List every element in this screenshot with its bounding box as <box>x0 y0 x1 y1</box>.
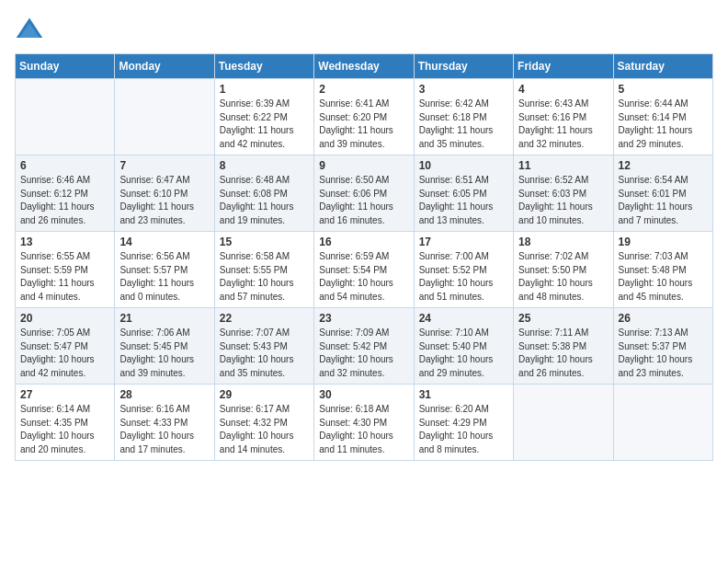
calendar-cell: 28Sunrise: 6:16 AM Sunset: 4:33 PM Dayli… <box>115 385 214 461</box>
calendar-cell: 17Sunrise: 7:00 AM Sunset: 5:52 PM Dayli… <box>414 232 513 308</box>
column-header-friday: Friday <box>514 54 613 79</box>
calendar-cell: 23Sunrise: 7:09 AM Sunset: 5:42 PM Dayli… <box>314 308 414 385</box>
day-info: Sunrise: 7:09 AM Sunset: 5:42 PM Dayligh… <box>319 327 408 380</box>
calendar-cell: 25Sunrise: 7:11 AM Sunset: 5:38 PM Dayli… <box>514 308 613 385</box>
day-info: Sunrise: 6:46 AM Sunset: 6:12 PM Dayligh… <box>20 174 109 227</box>
day-number: 26 <box>619 312 708 325</box>
calendar-cell <box>613 385 712 461</box>
day-number: 17 <box>419 236 508 248</box>
column-header-saturday: Saturday <box>613 54 712 79</box>
day-info: Sunrise: 6:59 AM Sunset: 5:54 PM Dayligh… <box>319 250 408 304</box>
day-info: Sunrise: 6:41 AM Sunset: 6:20 PM Dayligh… <box>319 98 408 151</box>
calendar-cell: 14Sunrise: 6:56 AM Sunset: 5:57 PM Dayli… <box>115 232 214 308</box>
calendar-week-row: 27Sunrise: 6:14 AM Sunset: 4:35 PM Dayli… <box>16 385 713 461</box>
day-number: 27 <box>20 388 109 401</box>
day-number: 24 <box>419 312 508 325</box>
logo <box>15 15 48 44</box>
calendar-header-row: SundayMondayTuesdayWednesdayThursdayFrid… <box>16 54 713 79</box>
calendar-cell: 24Sunrise: 7:10 AM Sunset: 5:40 PM Dayli… <box>414 308 513 385</box>
calendar-cell: 6Sunrise: 6:46 AM Sunset: 6:12 PM Daylig… <box>16 155 115 232</box>
calendar-cell: 21Sunrise: 7:06 AM Sunset: 5:45 PM Dayli… <box>115 308 214 385</box>
calendar-cell: 1Sunrise: 6:39 AM Sunset: 6:22 PM Daylig… <box>214 79 313 155</box>
calendar-cell <box>514 385 613 461</box>
day-info: Sunrise: 6:51 AM Sunset: 6:05 PM Dayligh… <box>419 174 508 227</box>
day-number: 21 <box>119 312 209 325</box>
calendar-cell: 29Sunrise: 6:17 AM Sunset: 4:32 PM Dayli… <box>214 385 313 461</box>
day-number: 23 <box>319 312 408 325</box>
day-number: 8 <box>220 159 309 172</box>
column-header-wednesday: Wednesday <box>314 54 414 79</box>
day-info: Sunrise: 6:17 AM Sunset: 4:32 PM Dayligh… <box>220 403 309 456</box>
calendar-cell: 30Sunrise: 6:18 AM Sunset: 4:30 PM Dayli… <box>314 385 414 461</box>
day-number: 15 <box>220 236 309 248</box>
day-number: 6 <box>20 159 109 172</box>
calendar-cell: 5Sunrise: 6:44 AM Sunset: 6:14 PM Daylig… <box>613 79 712 155</box>
day-info: Sunrise: 6:18 AM Sunset: 4:30 PM Dayligh… <box>319 403 408 456</box>
calendar-cell: 2Sunrise: 6:41 AM Sunset: 6:20 PM Daylig… <box>314 79 414 155</box>
day-info: Sunrise: 6:42 AM Sunset: 6:18 PM Dayligh… <box>419 98 508 151</box>
calendar-cell: 12Sunrise: 6:54 AM Sunset: 6:01 PM Dayli… <box>613 155 712 232</box>
calendar-cell: 16Sunrise: 6:59 AM Sunset: 5:54 PM Dayli… <box>314 232 414 308</box>
day-info: Sunrise: 6:50 AM Sunset: 6:06 PM Dayligh… <box>319 174 408 227</box>
day-info: Sunrise: 6:55 AM Sunset: 5:59 PM Dayligh… <box>20 250 109 304</box>
calendar-week-row: 1Sunrise: 6:39 AM Sunset: 6:22 PM Daylig… <box>16 79 713 155</box>
day-number: 16 <box>319 236 408 248</box>
day-info: Sunrise: 6:16 AM Sunset: 4:33 PM Dayligh… <box>119 403 209 456</box>
day-number: 14 <box>119 236 209 248</box>
day-number: 31 <box>419 388 508 401</box>
day-number: 20 <box>20 312 109 325</box>
day-number: 2 <box>319 83 408 96</box>
calendar-cell <box>16 79 115 155</box>
day-info: Sunrise: 6:52 AM Sunset: 6:03 PM Dayligh… <box>518 174 608 227</box>
day-info: Sunrise: 7:10 AM Sunset: 5:40 PM Dayligh… <box>419 327 508 380</box>
day-number: 29 <box>220 388 309 401</box>
calendar-cell: 20Sunrise: 7:05 AM Sunset: 5:47 PM Dayli… <box>16 308 115 385</box>
day-number: 30 <box>319 388 408 401</box>
day-number: 7 <box>119 159 209 172</box>
calendar-table: SundayMondayTuesdayWednesdayThursdayFrid… <box>15 53 713 461</box>
day-number: 25 <box>518 312 608 325</box>
day-number: 9 <box>319 159 408 172</box>
day-info: Sunrise: 7:07 AM Sunset: 5:43 PM Dayligh… <box>220 327 309 380</box>
calendar-week-row: 6Sunrise: 6:46 AM Sunset: 6:12 PM Daylig… <box>16 155 713 232</box>
calendar-cell: 22Sunrise: 7:07 AM Sunset: 5:43 PM Dayli… <box>214 308 313 385</box>
calendar-cell: 3Sunrise: 6:42 AM Sunset: 6:18 PM Daylig… <box>414 79 513 155</box>
day-info: Sunrise: 6:56 AM Sunset: 5:57 PM Dayligh… <box>119 250 209 304</box>
day-number: 18 <box>518 236 608 248</box>
day-info: Sunrise: 6:47 AM Sunset: 6:10 PM Dayligh… <box>119 174 209 227</box>
day-info: Sunrise: 6:39 AM Sunset: 6:22 PM Dayligh… <box>220 98 309 151</box>
day-number: 12 <box>619 159 708 172</box>
calendar-cell: 26Sunrise: 7:13 AM Sunset: 5:37 PM Dayli… <box>613 308 712 385</box>
day-info: Sunrise: 7:13 AM Sunset: 5:37 PM Dayligh… <box>619 327 708 380</box>
day-info: Sunrise: 6:43 AM Sunset: 6:16 PM Dayligh… <box>518 98 608 151</box>
calendar-cell: 27Sunrise: 6:14 AM Sunset: 4:35 PM Dayli… <box>16 385 115 461</box>
day-info: Sunrise: 7:03 AM Sunset: 5:48 PM Dayligh… <box>619 250 708 304</box>
calendar-cell: 15Sunrise: 6:58 AM Sunset: 5:55 PM Dayli… <box>214 232 313 308</box>
day-number: 28 <box>119 388 209 401</box>
day-number: 5 <box>619 83 708 96</box>
day-number: 10 <box>419 159 508 172</box>
calendar-cell <box>115 79 214 155</box>
day-number: 3 <box>419 83 508 96</box>
day-number: 4 <box>518 83 608 96</box>
column-header-tuesday: Tuesday <box>214 54 313 79</box>
column-header-sunday: Sunday <box>16 54 115 79</box>
calendar-cell: 10Sunrise: 6:51 AM Sunset: 6:05 PM Dayli… <box>414 155 513 232</box>
calendar-cell: 31Sunrise: 6:20 AM Sunset: 4:29 PM Dayli… <box>414 385 513 461</box>
day-info: Sunrise: 7:11 AM Sunset: 5:38 PM Dayligh… <box>518 327 608 380</box>
day-info: Sunrise: 7:05 AM Sunset: 5:47 PM Dayligh… <box>20 327 109 380</box>
calendar-cell: 4Sunrise: 6:43 AM Sunset: 6:16 PM Daylig… <box>514 79 613 155</box>
day-info: Sunrise: 6:48 AM Sunset: 6:08 PM Dayligh… <box>220 174 309 227</box>
calendar-cell: 19Sunrise: 7:03 AM Sunset: 5:48 PM Dayli… <box>613 232 712 308</box>
calendar-cell: 7Sunrise: 6:47 AM Sunset: 6:10 PM Daylig… <box>115 155 214 232</box>
day-number: 22 <box>220 312 309 325</box>
day-number: 13 <box>20 236 109 248</box>
day-info: Sunrise: 6:44 AM Sunset: 6:14 PM Dayligh… <box>619 98 708 151</box>
calendar-cell: 13Sunrise: 6:55 AM Sunset: 5:59 PM Dayli… <box>16 232 115 308</box>
column-header-thursday: Thursday <box>414 54 513 79</box>
calendar-cell: 9Sunrise: 6:50 AM Sunset: 6:06 PM Daylig… <box>314 155 414 232</box>
day-number: 11 <box>518 159 608 172</box>
calendar-week-row: 13Sunrise: 6:55 AM Sunset: 5:59 PM Dayli… <box>16 232 713 308</box>
calendar-cell: 18Sunrise: 7:02 AM Sunset: 5:50 PM Dayli… <box>514 232 613 308</box>
day-number: 1 <box>220 83 309 96</box>
